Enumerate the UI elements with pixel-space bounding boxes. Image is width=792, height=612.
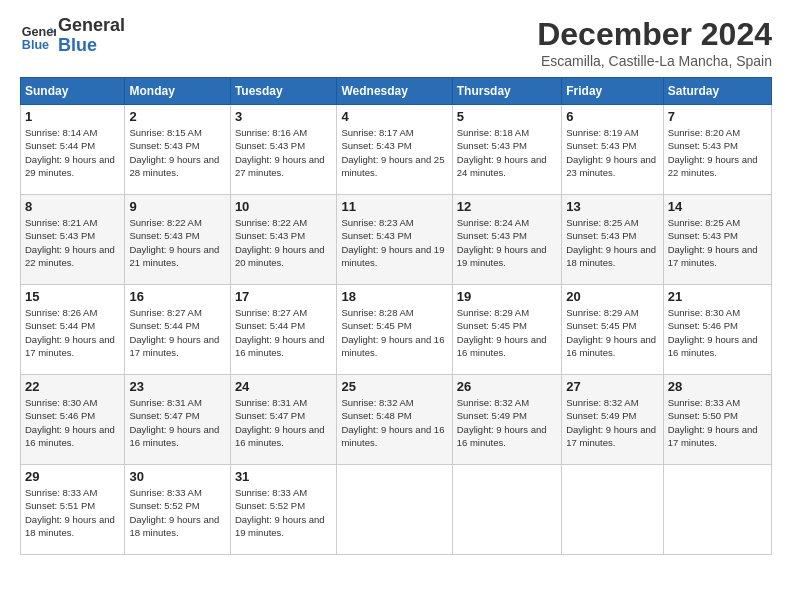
day-info: Sunrise: 8:32 AM Sunset: 5:48 PM Dayligh…	[341, 396, 447, 449]
sunset-label: Sunset: 5:45 PM	[457, 320, 527, 331]
daylight-label: Daylight: 9 hours and 16 minutes.	[235, 334, 325, 358]
day-number: 1	[25, 109, 120, 124]
sunrise-label: Sunrise: 8:22 AM	[235, 217, 307, 228]
sunset-label: Sunset: 5:45 PM	[566, 320, 636, 331]
calendar-day-cell: 27 Sunrise: 8:32 AM Sunset: 5:49 PM Dayl…	[562, 375, 663, 465]
sunrise-label: Sunrise: 8:16 AM	[235, 127, 307, 138]
calendar-day-cell: 2 Sunrise: 8:15 AM Sunset: 5:43 PM Dayli…	[125, 105, 230, 195]
day-number: 3	[235, 109, 333, 124]
sunrise-label: Sunrise: 8:15 AM	[129, 127, 201, 138]
calendar-day-cell: 4 Sunrise: 8:17 AM Sunset: 5:43 PM Dayli…	[337, 105, 452, 195]
calendar-day-cell: 9 Sunrise: 8:22 AM Sunset: 5:43 PM Dayli…	[125, 195, 230, 285]
calendar-day-cell	[562, 465, 663, 555]
sunrise-label: Sunrise: 8:14 AM	[25, 127, 97, 138]
weekday-header-row: SundayMondayTuesdayWednesdayThursdayFrid…	[21, 78, 772, 105]
day-number: 17	[235, 289, 333, 304]
sunset-label: Sunset: 5:52 PM	[129, 500, 199, 511]
sunset-label: Sunset: 5:43 PM	[341, 140, 411, 151]
sunset-label: Sunset: 5:52 PM	[235, 500, 305, 511]
sunset-label: Sunset: 5:43 PM	[129, 140, 199, 151]
daylight-label: Daylight: 9 hours and 19 minutes.	[235, 514, 325, 538]
day-info: Sunrise: 8:33 AM Sunset: 5:52 PM Dayligh…	[129, 486, 225, 539]
calendar-day-cell: 22 Sunrise: 8:30 AM Sunset: 5:46 PM Dayl…	[21, 375, 125, 465]
daylight-label: Daylight: 9 hours and 16 minutes.	[457, 334, 547, 358]
sunrise-label: Sunrise: 8:31 AM	[129, 397, 201, 408]
daylight-label: Daylight: 9 hours and 16 minutes.	[457, 424, 547, 448]
day-info: Sunrise: 8:29 AM Sunset: 5:45 PM Dayligh…	[566, 306, 658, 359]
daylight-label: Daylight: 9 hours and 17 minutes.	[129, 334, 219, 358]
sunrise-label: Sunrise: 8:27 AM	[129, 307, 201, 318]
weekday-header: Wednesday	[337, 78, 452, 105]
sunset-label: Sunset: 5:51 PM	[25, 500, 95, 511]
day-info: Sunrise: 8:20 AM Sunset: 5:43 PM Dayligh…	[668, 126, 767, 179]
calendar-week-row: 1 Sunrise: 8:14 AM Sunset: 5:44 PM Dayli…	[21, 105, 772, 195]
calendar-day-cell: 15 Sunrise: 8:26 AM Sunset: 5:44 PM Dayl…	[21, 285, 125, 375]
daylight-label: Daylight: 9 hours and 20 minutes.	[235, 244, 325, 268]
calendar-day-cell: 12 Sunrise: 8:24 AM Sunset: 5:43 PM Dayl…	[452, 195, 561, 285]
sunrise-label: Sunrise: 8:25 AM	[566, 217, 638, 228]
day-info: Sunrise: 8:28 AM Sunset: 5:45 PM Dayligh…	[341, 306, 447, 359]
day-number: 27	[566, 379, 658, 394]
sunrise-label: Sunrise: 8:30 AM	[668, 307, 740, 318]
sunrise-label: Sunrise: 8:24 AM	[457, 217, 529, 228]
sunrise-label: Sunrise: 8:30 AM	[25, 397, 97, 408]
day-number: 29	[25, 469, 120, 484]
calendar-day-cell: 18 Sunrise: 8:28 AM Sunset: 5:45 PM Dayl…	[337, 285, 452, 375]
title-area: December 2024 Escamilla, Castille-La Man…	[537, 16, 772, 69]
sunset-label: Sunset: 5:43 PM	[457, 140, 527, 151]
day-info: Sunrise: 8:17 AM Sunset: 5:43 PM Dayligh…	[341, 126, 447, 179]
day-info: Sunrise: 8:27 AM Sunset: 5:44 PM Dayligh…	[235, 306, 333, 359]
sunrise-label: Sunrise: 8:26 AM	[25, 307, 97, 318]
sunrise-label: Sunrise: 8:33 AM	[235, 487, 307, 498]
day-number: 20	[566, 289, 658, 304]
sunrise-label: Sunrise: 8:33 AM	[129, 487, 201, 498]
calendar-day-cell: 25 Sunrise: 8:32 AM Sunset: 5:48 PM Dayl…	[337, 375, 452, 465]
day-info: Sunrise: 8:18 AM Sunset: 5:43 PM Dayligh…	[457, 126, 557, 179]
day-info: Sunrise: 8:31 AM Sunset: 5:47 PM Dayligh…	[129, 396, 225, 449]
daylight-label: Daylight: 9 hours and 17 minutes.	[25, 334, 115, 358]
day-number: 8	[25, 199, 120, 214]
daylight-label: Daylight: 9 hours and 18 minutes.	[129, 514, 219, 538]
logo-text: General Blue	[58, 16, 125, 56]
day-info: Sunrise: 8:33 AM Sunset: 5:51 PM Dayligh…	[25, 486, 120, 539]
day-number: 9	[129, 199, 225, 214]
day-info: Sunrise: 8:14 AM Sunset: 5:44 PM Dayligh…	[25, 126, 120, 179]
day-info: Sunrise: 8:30 AM Sunset: 5:46 PM Dayligh…	[668, 306, 767, 359]
day-info: Sunrise: 8:21 AM Sunset: 5:43 PM Dayligh…	[25, 216, 120, 269]
sunrise-label: Sunrise: 8:17 AM	[341, 127, 413, 138]
day-info: Sunrise: 8:25 AM Sunset: 5:43 PM Dayligh…	[668, 216, 767, 269]
daylight-label: Daylight: 9 hours and 23 minutes.	[566, 154, 656, 178]
sunrise-label: Sunrise: 8:27 AM	[235, 307, 307, 318]
day-number: 28	[668, 379, 767, 394]
weekday-header: Tuesday	[230, 78, 337, 105]
day-info: Sunrise: 8:22 AM Sunset: 5:43 PM Dayligh…	[235, 216, 333, 269]
daylight-label: Daylight: 9 hours and 18 minutes.	[25, 514, 115, 538]
day-number: 18	[341, 289, 447, 304]
day-number: 11	[341, 199, 447, 214]
weekday-header: Thursday	[452, 78, 561, 105]
day-number: 12	[457, 199, 557, 214]
day-info: Sunrise: 8:32 AM Sunset: 5:49 PM Dayligh…	[566, 396, 658, 449]
calendar-day-cell: 14 Sunrise: 8:25 AM Sunset: 5:43 PM Dayl…	[663, 195, 771, 285]
sunrise-label: Sunrise: 8:25 AM	[668, 217, 740, 228]
calendar-day-cell: 28 Sunrise: 8:33 AM Sunset: 5:50 PM Dayl…	[663, 375, 771, 465]
daylight-label: Daylight: 9 hours and 16 minutes.	[341, 334, 444, 358]
day-number: 4	[341, 109, 447, 124]
calendar-day-cell: 24 Sunrise: 8:31 AM Sunset: 5:47 PM Dayl…	[230, 375, 337, 465]
sunset-label: Sunset: 5:47 PM	[129, 410, 199, 421]
sunset-label: Sunset: 5:46 PM	[25, 410, 95, 421]
day-number: 31	[235, 469, 333, 484]
sunrise-label: Sunrise: 8:22 AM	[129, 217, 201, 228]
daylight-label: Daylight: 9 hours and 19 minutes.	[341, 244, 444, 268]
sunset-label: Sunset: 5:50 PM	[668, 410, 738, 421]
daylight-label: Daylight: 9 hours and 21 minutes.	[129, 244, 219, 268]
sunrise-label: Sunrise: 8:32 AM	[341, 397, 413, 408]
sunset-label: Sunset: 5:43 PM	[25, 230, 95, 241]
sunset-label: Sunset: 5:49 PM	[457, 410, 527, 421]
daylight-label: Daylight: 9 hours and 16 minutes.	[668, 334, 758, 358]
calendar-day-cell: 29 Sunrise: 8:33 AM Sunset: 5:51 PM Dayl…	[21, 465, 125, 555]
calendar-day-cell: 26 Sunrise: 8:32 AM Sunset: 5:49 PM Dayl…	[452, 375, 561, 465]
sunrise-label: Sunrise: 8:33 AM	[668, 397, 740, 408]
sunset-label: Sunset: 5:49 PM	[566, 410, 636, 421]
sunset-label: Sunset: 5:43 PM	[457, 230, 527, 241]
